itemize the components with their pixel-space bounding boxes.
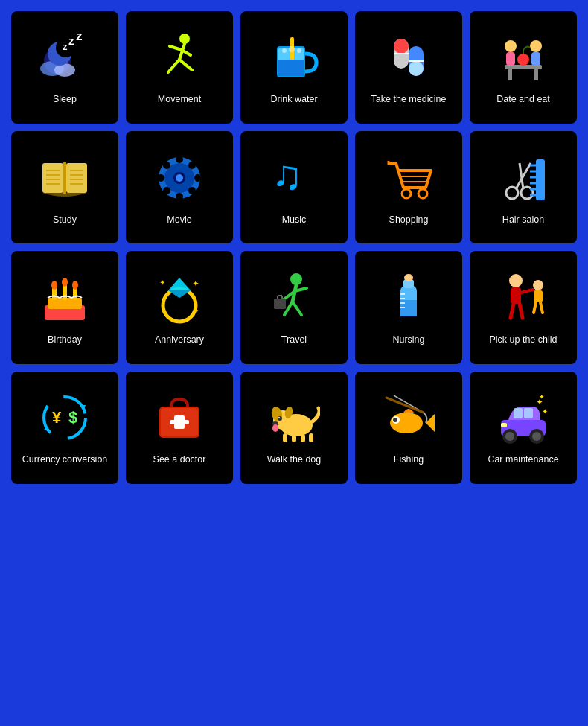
svg-point-58 [176,174,183,182]
travel-label: Travel [281,334,307,346]
svg-line-111 [520,304,523,318]
svg-rect-37 [66,163,87,193]
movie-label: Movie [167,214,191,226]
birthday-icon [35,268,95,328]
card-pick-up-child[interactable]: Pick up the child [470,251,577,363]
svg-text:z: z [76,31,83,43]
svg-point-81 [51,281,57,290]
svg-point-20 [297,48,301,53]
card-movie[interactable]: Movie [126,131,233,243]
movement-icon [150,28,209,87]
svg-rect-22 [394,39,409,54]
card-hair-salon[interactable]: Hair salon [470,131,577,243]
drink-water-icon [264,28,324,87]
svg-rect-28 [508,69,512,80]
card-sleep[interactable]: z z z Sleep [11,11,118,124]
shopping-label: Shopping [389,214,429,226]
svg-line-110 [511,304,514,318]
svg-line-98 [293,302,301,315]
svg-rect-154 [501,423,507,427]
shopping-icon [379,148,438,208]
svg-point-102 [404,274,413,281]
study-icon [35,148,95,208]
date-eat-icon [493,28,553,87]
movie-icon [150,148,209,208]
card-date-eat[interactable]: Date and eat [470,11,577,124]
nursing-icon [379,268,438,328]
svg-marker-86 [168,290,191,298]
svg-point-141 [393,418,397,422]
svg-rect-36 [42,163,63,193]
fishing-label: Fishing [394,453,424,465]
travel-icon [264,268,324,328]
svg-point-108 [509,274,523,287]
card-birthday[interactable]: Birthday [11,251,118,363]
walk-dog-icon [264,388,324,448]
music-icon: ♫ [264,148,324,208]
pick-up-child-icon [493,268,553,328]
svg-rect-135 [292,434,296,442]
fishing-icon [379,388,438,448]
svg-point-51 [176,193,183,200]
card-travel[interactable]: Travel [240,251,348,363]
hair-salon-label: Hair salon [502,214,544,226]
svg-line-116 [540,302,543,313]
svg-point-18 [282,48,287,53]
svg-text:z: z [63,41,68,52]
svg-line-10 [170,46,182,50]
svg-text:$: $ [68,408,77,427]
card-car-maintenance[interactable]: ✦ ✦ ✦ Car maintenance [470,372,577,484]
card-fishing[interactable]: Fishing [355,372,462,484]
svg-point-148 [505,432,514,441]
card-currency[interactable]: ¥ $ Currency conversion [11,372,118,484]
car-maintenance-label: Car maintenance [488,453,558,465]
svg-rect-109 [511,287,521,304]
svg-point-133 [272,424,278,432]
svg-point-53 [194,174,202,182]
svg-point-57 [163,187,170,194]
card-drink-water[interactable]: Drink water [240,11,348,124]
svg-point-83 [72,281,78,290]
date-eat-label: Date and eat [496,93,550,105]
card-nursing[interactable]: Nursing [355,251,462,363]
card-medicine[interactable]: Take the medicine [355,11,462,124]
sleep-icon: z z z [35,28,95,87]
svg-line-143 [386,398,424,413]
svg-rect-69 [536,159,545,200]
car-maintenance-icon: ✦ ✦ ✦ [493,388,553,448]
svg-rect-145 [514,408,523,418]
see-doctor-icon [150,388,209,448]
card-see-doctor[interactable]: See a doctor [126,372,233,484]
svg-text:✦: ✦ [539,393,545,401]
currency-label: Currency conversion [22,453,108,465]
svg-point-117 [44,397,86,439]
svg-line-13 [179,60,192,70]
card-music[interactable]: ♫ Music [240,131,348,243]
svg-rect-125 [170,420,189,424]
svg-rect-114 [534,290,543,302]
card-movement[interactable]: Movement [126,11,233,124]
card-shopping[interactable]: Shopping [355,131,462,243]
card-walk-dog[interactable]: Walk the dog [240,372,348,484]
nursing-label: Nursing [392,334,424,346]
hair-salon-icon [493,148,553,208]
medicine-icon [379,28,438,87]
anniversary-icon: ✦ ✦ ✦ [150,268,209,328]
svg-point-62 [402,189,411,198]
walk-dog-label: Walk the dog [267,453,322,465]
svg-rect-136 [301,434,305,442]
svg-text:♫: ♫ [272,152,302,198]
card-study[interactable]: Study [11,131,118,243]
card-anniversary[interactable]: ✦ ✦ ✦ Anniversary [126,251,233,363]
icon-grid: z z z Sleep Movement [11,11,577,484]
svg-point-113 [533,280,543,290]
currency-icon: ¥ $ [35,388,95,448]
svg-rect-93 [274,299,286,309]
svg-point-56 [188,162,196,169]
svg-rect-134 [283,433,287,442]
svg-point-34 [517,54,529,66]
svg-line-112 [521,290,533,293]
see-doctor-label: See a doctor [153,453,206,465]
svg-line-12 [168,60,179,72]
svg-text:✦: ✦ [192,278,199,289]
